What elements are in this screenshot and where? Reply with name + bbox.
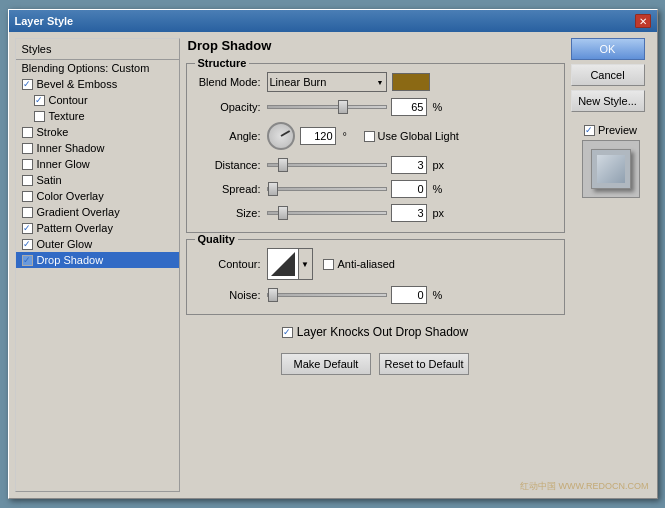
noise-slider[interactable] [267,293,387,297]
sidebar-item-blending[interactable]: Blending Options: Custom [16,60,179,76]
sidebar-item-drop-shadow[interactable]: Drop Shadow [16,252,179,268]
contour-label: Contour [49,94,88,106]
gradient-overlay-label: Gradient Overlay [37,206,120,218]
sidebar-item-contour[interactable]: Contour [16,92,179,108]
opacity-row: Opacity: % [197,98,554,116]
structure-section: Structure Blend Mode: Linear Burn Opacit… [186,63,565,233]
sidebar-item-inner-shadow[interactable]: Inner Shadow [16,140,179,156]
bottom-buttons: Make Default Reset to Default [186,353,565,375]
styles-panel: Styles Blending Options: Custom Bevel & … [15,38,180,492]
preview-thumbnail [582,140,640,198]
sidebar-item-color-overlay[interactable]: Color Overlay [16,188,179,204]
contour-preview[interactable] [267,248,299,280]
preview-inner [591,149,631,189]
preview-container: Preview [571,124,651,198]
sidebar-item-texture[interactable]: Texture [16,108,179,124]
use-global-light-checkbox[interactable] [364,131,375,142]
satin-label: Satin [37,174,62,186]
blend-mode-row: Blend Mode: Linear Burn [197,72,554,92]
drop-shadow-checkbox[interactable] [22,255,33,266]
noise-slider-container: % [267,286,449,304]
close-button[interactable]: ✕ [635,14,651,28]
outer-glow-checkbox[interactable] [22,239,33,250]
new-style-button[interactable]: New Style... [571,90,645,112]
blend-mode-label: Blend Mode: [197,76,267,88]
gradient-overlay-checkbox[interactable] [22,207,33,218]
anti-aliased-checkbox[interactable] [323,259,334,270]
bevel-checkbox[interactable] [22,79,33,90]
styles-list: Blending Options: Custom Bevel & Emboss … [16,60,179,268]
texture-checkbox[interactable] [34,111,45,122]
right-panel: OK Cancel New Style... Preview [571,38,651,492]
size-input[interactable] [391,204,427,222]
sidebar-item-stroke[interactable]: Stroke [16,124,179,140]
title-bar: Layer Style ✕ [9,10,657,32]
sidebar-item-bevel[interactable]: Bevel & Emboss [16,76,179,92]
spread-slider-container: % [267,180,449,198]
angle-input[interactable] [300,127,336,145]
distance-row: Distance: px [197,156,554,174]
contour-row: Contour: ▼ Anti-aliased [197,248,554,280]
section-main-title: Drop Shadow [188,38,565,53]
size-label: Size: [197,207,267,219]
anti-aliased-row: Anti-aliased [323,258,395,270]
sidebar-item-gradient-overlay[interactable]: Gradient Overlay [16,204,179,220]
use-global-light-label: Use Global Light [378,130,459,142]
opacity-input[interactable] [391,98,427,116]
contour-dropdown-button[interactable]: ▼ [299,248,313,280]
styles-header: Styles [16,39,179,60]
outer-glow-label: Outer Glow [37,238,93,250]
distance-slider[interactable] [267,163,387,167]
quality-section: Quality Contour: ▼ Anti-alia [186,239,565,315]
size-slider-container: px [267,204,449,222]
sidebar-item-pattern-overlay[interactable]: Pattern Overlay [16,220,179,236]
structure-title: Structure [195,57,250,69]
size-unit: px [433,207,449,219]
sidebar-item-inner-glow[interactable]: Inner Glow [16,156,179,172]
inner-shadow-checkbox[interactable] [22,143,33,154]
blend-mode-select[interactable]: Linear Burn [267,72,387,92]
use-global-light-container[interactable]: Use Global Light [364,130,459,142]
spread-input[interactable] [391,180,427,198]
angle-dial[interactable] [267,122,295,150]
spread-unit: % [433,183,449,195]
stroke-checkbox[interactable] [22,127,33,138]
bevel-label: Bevel & Emboss [37,78,118,90]
ok-button[interactable]: OK [571,38,645,60]
blending-label: Blending Options: Custom [22,62,150,74]
preview-inner-content [597,155,625,183]
angle-label: Angle: [197,130,267,142]
make-default-button[interactable]: Make Default [281,353,371,375]
angle-unit: ° [343,130,359,142]
blend-mode-select-wrapper[interactable]: Linear Burn [267,72,387,92]
angle-needle [280,130,290,137]
layer-knocks-out-row: Layer Knocks Out Drop Shadow [186,325,565,339]
angle-container: ° Use Global Light [267,122,459,150]
distance-input[interactable] [391,156,427,174]
contour-checkbox[interactable] [34,95,45,106]
distance-unit: px [433,159,449,171]
noise-input[interactable] [391,286,427,304]
color-overlay-checkbox[interactable] [22,191,33,202]
layer-knocks-out-checkbox[interactable] [282,327,293,338]
sidebar-item-satin[interactable]: Satin [16,172,179,188]
angle-row: Angle: ° Use Global Light [197,122,554,150]
noise-row: Noise: % [197,286,554,304]
size-row: Size: px [197,204,554,222]
satin-checkbox[interactable] [22,175,33,186]
spread-slider[interactable] [267,187,387,191]
pattern-overlay-checkbox[interactable] [22,223,33,234]
cancel-button[interactable]: Cancel [571,64,645,86]
sidebar-item-outer-glow[interactable]: Outer Glow [16,236,179,252]
layer-knocks-out-label: Layer Knocks Out Drop Shadow [297,325,468,339]
color-swatch[interactable] [392,73,430,91]
opacity-slider[interactable] [267,105,387,109]
spread-row: Spread: % [197,180,554,198]
inner-shadow-label: Inner Shadow [37,142,105,154]
preview-checkbox[interactable] [584,125,595,136]
inner-glow-checkbox[interactable] [22,159,33,170]
size-slider[interactable] [267,211,387,215]
opacity-slider-container: % [267,98,449,116]
reset-to-default-button[interactable]: Reset to Default [379,353,469,375]
texture-label: Texture [49,110,85,122]
